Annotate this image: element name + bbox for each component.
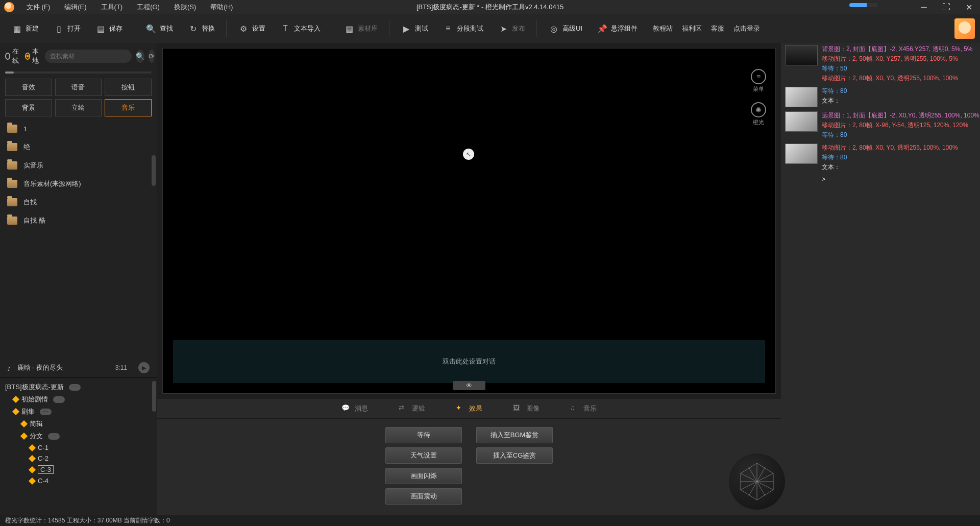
tool-new[interactable]: ▦新建 — [5, 21, 45, 36]
tree-label: C-3 — [38, 465, 54, 474]
action-insert-bgm[interactable]: 插入至BGM鉴赏 — [476, 427, 553, 443]
command-block[interactable]: 远景图：1, 封面【底图】-2, X0,Y0, 透明255, 100%, 100… — [781, 109, 980, 141]
tree-node[interactable]: C-3 — [0, 464, 157, 475]
tree-node[interactable]: C-2 — [0, 453, 157, 464]
separator — [332, 20, 332, 37]
tool-find[interactable]: 🔍查找 — [139, 21, 179, 36]
action-insert-cg[interactable]: 插入至CG鉴赏 — [476, 447, 553, 464]
action-weather[interactable]: 天气设置 — [385, 447, 462, 464]
tree-node[interactable]: 简辑 — [0, 418, 157, 430]
scene-tree: [BTS]极度病态-更新⋯初始剧情⋯剧集⋯简辑分文⋯C-1C-2C-3C-4 — [0, 377, 157, 515]
link-welfare[interactable]: 福利区 — [682, 24, 702, 33]
asset-tab-2[interactable]: 按钮 — [105, 79, 152, 96]
command-line: 文本： — [822, 163, 958, 172]
menu-edit[interactable]: 编辑(E) — [57, 3, 93, 12]
tree-node[interactable]: 剧集⋯ — [0, 405, 157, 418]
command-line: 移动图片：2, 80帧, X-96, Y-54, 透明125, 120%, 12… — [822, 121, 979, 130]
tool-replace[interactable]: ↻替换 — [181, 21, 221, 36]
open-icon: ▯ — [53, 23, 64, 34]
tool-test[interactable]: ▶测试 — [395, 21, 434, 36]
asset-tab-3[interactable]: 背景 — [5, 99, 52, 116]
folder-item[interactable]: 1 — [0, 119, 157, 138]
asset-search[interactable] — [45, 50, 132, 63]
command-block[interactable]: 背景图：2, 封面【底图】-2, X456,Y257, 透明0, 5%, 5%移… — [781, 43, 980, 85]
maximize-button[interactable]: ⛶ — [935, 0, 958, 14]
radio-online[interactable]: 在线 — [5, 47, 21, 65]
folder-label: 自找 酷 — [23, 216, 45, 225]
cursor-icon: ↖ — [463, 149, 474, 160]
tool-save[interactable]: ▤保存 — [89, 21, 129, 36]
folder-item[interactable]: 自找 — [0, 193, 157, 211]
tree-node[interactable]: 分文⋯ — [0, 430, 157, 442]
assistant-orb[interactable] — [729, 453, 785, 510]
tool-open[interactable]: ▯打开 — [47, 21, 87, 36]
link-service[interactable]: 客服 — [711, 24, 724, 33]
asset-tab-5[interactable]: 音乐 — [105, 99, 152, 116]
user-avatar[interactable] — [954, 18, 975, 39]
menu-project[interactable]: 工程(G) — [130, 3, 167, 12]
stage-menu-button[interactable]: ≡菜单 — [751, 69, 766, 93]
link-tutorial[interactable]: 教程站 — [653, 24, 673, 33]
action-wait[interactable]: 等待 — [385, 427, 462, 443]
folder-item[interactable]: 自找 酷 — [0, 211, 157, 230]
search-go-button[interactable]: 🔍 — [136, 50, 144, 63]
visibility-toggle[interactable]: 👁 — [453, 381, 485, 390]
action-shake[interactable]: 画面震动 — [385, 488, 462, 505]
tool-segtest[interactable]: ≡分段测试 — [436, 21, 489, 36]
asset-tab-0[interactable]: 音效 — [5, 79, 52, 96]
command-block[interactable]: 移动图片：2, 80帧, X0, Y0, 透明255, 100%, 100%等待… — [781, 141, 980, 174]
tool-advui[interactable]: ◎高级UI — [542, 21, 589, 36]
tool-library[interactable]: ▦素材库 — [337, 21, 384, 36]
radio-local[interactable]: 本地 — [25, 47, 41, 65]
command-block[interactable]: > — [781, 174, 980, 185]
link-login[interactable]: 点击登录 — [733, 24, 760, 33]
diamond-icon — [29, 455, 36, 462]
asset-search-input[interactable] — [50, 53, 127, 60]
btab-image[interactable]: 🖼图像 — [513, 404, 540, 413]
pin-icon: 📌 — [597, 23, 608, 34]
folder-icon — [7, 161, 17, 170]
folder-label: 1 — [23, 125, 27, 133]
asset-tab-1[interactable]: 语音 — [55, 79, 102, 96]
tool-float[interactable]: 📌悬浮组件 — [591, 21, 644, 36]
tool-settings[interactable]: ⚙设置 — [232, 21, 272, 36]
close-button[interactable]: ✕ — [958, 0, 980, 14]
menu-tool[interactable]: 工具(T) — [94, 3, 130, 12]
scrollbar-thumb[interactable] — [152, 155, 156, 186]
action-flash[interactable]: 画面闪烁 — [385, 468, 462, 484]
command-line: 移动图片：2, 50帧, X0, Y257, 透明255, 100%, 5% — [822, 55, 972, 63]
tree-node[interactable]: C-4 — [0, 475, 157, 486]
menu-skin[interactable]: 换肤(S) — [167, 3, 203, 12]
btab-effect[interactable]: ✦效果 — [456, 404, 482, 413]
folder-icon — [7, 125, 17, 133]
refresh-button[interactable]: ⟳ — [149, 50, 155, 63]
audio-track-row[interactable]: ♪ 鹿晗 - 夜的尽头 3:11 ▶ — [0, 358, 157, 377]
scrollbar-thumb[interactable] — [152, 381, 156, 412]
command-line: 移动图片：2, 80帧, X0, Y0, 透明255, 100%, 100% — [822, 144, 958, 152]
btab-msg[interactable]: 💬消息 — [341, 404, 368, 413]
tool-publish[interactable]: ➤发布 — [492, 21, 531, 36]
tool-textimport[interactable]: T文本导入 — [274, 21, 327, 36]
btab-logic[interactable]: ⇄逻辑 — [399, 404, 425, 413]
menu-help[interactable]: 帮助(H) — [203, 3, 240, 12]
chat-icon: 💬 — [341, 404, 351, 413]
btab-music[interactable]: ♫音乐 — [570, 404, 597, 413]
track-play-button[interactable]: ▶ — [138, 362, 150, 373]
preview-stage[interactable]: ↖ ≡菜单 ✺橙光 双击此处设置对话 👁 — [162, 48, 776, 394]
badge-icon: ⋯ — [40, 409, 52, 415]
minimize-button[interactable]: ─ — [913, 0, 935, 14]
tree-node[interactable]: C-1 — [0, 442, 157, 453]
command-line: 远景图：1, 封面【底图】-2, X0,Y0, 透明255, 100%, 100… — [822, 111, 979, 120]
tree-root[interactable]: [BTS]极度病态-更新⋯ — [0, 381, 157, 393]
dialog-placeholder[interactable]: 双击此处设置对话 — [173, 340, 765, 383]
folder-item[interactable]: 绝 — [0, 138, 157, 156]
menu-file[interactable]: 文件 (F) — [19, 3, 57, 12]
window-title: [BTS]极度病态-更新 * - 橙光制作工具v2.4.14.0415 — [416, 3, 564, 12]
command-block[interactable]: 等待：80文本： — [781, 85, 980, 109]
tree-node[interactable]: 初始剧情⋯ — [0, 393, 157, 405]
image-icon: 🖼 — [513, 404, 522, 413]
asset-tab-4[interactable]: 立绘 — [55, 99, 102, 116]
stage-brand-button[interactable]: ✺橙光 — [751, 102, 766, 126]
folder-item[interactable]: 实音乐 — [0, 156, 157, 175]
folder-item[interactable]: 音乐素材(来源网络) — [0, 175, 157, 193]
